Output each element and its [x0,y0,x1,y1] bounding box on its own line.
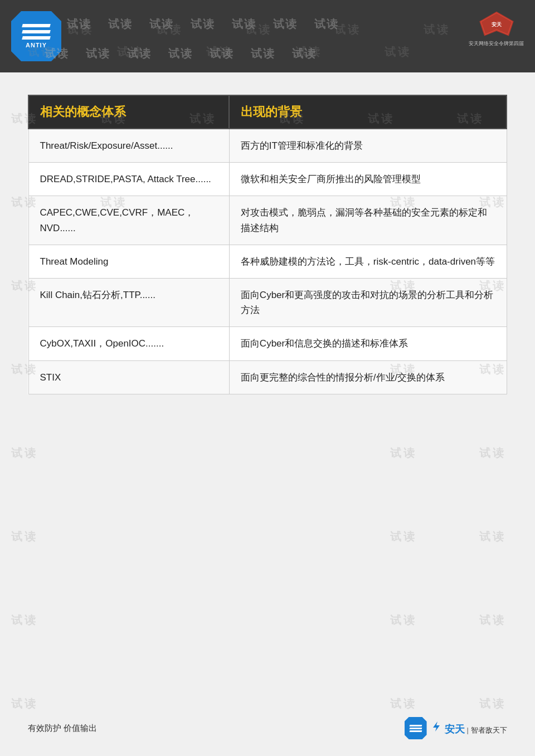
svg-marker-3 [433,721,440,731]
watermark-item: 试读 [479,446,506,461]
header-wm-b4: 试读 [168,46,193,61]
top-right-brand-icon: 安天 [477,8,516,39]
watermark-item: 试读 [479,696,506,711]
table-cell-right: 面向Cyber和更高强度的攻击和对抗的场景的分析工具和分析方法 [229,278,507,326]
watermark-item: 试读 [11,529,38,544]
header: ANTIY 试读 试读 试读 试读 试读 试读 试读 试读 试读 试读 试读 试… [0,0,535,72]
header-wm-4: 试读 [191,17,215,32]
table-row: Kill Chain,钻石分析,TTP......面向Cyber和更高强度的攻击… [28,278,507,326]
footer-stripe-2 [409,728,422,729]
concept-table: 相关的概念体系 出现的背景 Threat/Risk/Exposure/Asset… [28,95,507,394]
header-wm-b2: 试读 [86,46,110,61]
table-row: CAPEC,CWE,CVE,CVRF，MAEC，NVD......对攻击模式，脆… [28,196,507,245]
header-wm-b5: 试读 [210,46,234,61]
header-wm-7: 试读 [314,17,339,32]
svg-text:安天: 安天 [491,21,502,27]
watermark-item: 试读 [390,696,417,711]
table-cell-left: Threat Modeling [28,245,229,278]
main-content: 相关的概念体系 出现的背景 Threat/Risk/Exposure/Asset… [0,72,535,417]
logo-stripe-2 [22,30,51,33]
header-wm-6: 试读 [273,17,298,32]
watermark-item: 试读 [11,696,38,711]
watermark-item: 试读 [390,529,417,544]
logo-stripe-1 [22,24,51,27]
table-cell-left: Kill Chain,钻石分析,TTP...... [28,278,229,326]
table-row: STIX面向更完整的综合性的情报分析/作业/交换的体系 [28,360,507,394]
header-wm-b6: 试读 [251,46,275,61]
table-cell-left: DREAD,STRIDE,PASTA, Attack Tree...... [28,163,229,196]
table-cell-right: 面向Cyber和信息交换的描述和标准体系 [229,327,507,360]
table-cell-left: CAPEC,CWE,CVE,CVRF，MAEC，NVD...... [28,196,229,245]
table-cell-left: CybOX,TAXII，OpenIOC....... [28,327,229,360]
col1-header: 相关的概念体系 [28,95,229,129]
table-cell-right: 面向更完整的综合性的情报分析/作业/交换的体系 [229,360,507,394]
col2-header: 出现的背景 [229,95,507,129]
watermark-item: 试读 [390,613,417,628]
header-wm-b7: 试读 [292,46,317,61]
header-wm-1: 试读 [67,17,91,32]
footer-brand-text: 安天 | 智者敌天下 [430,720,507,736]
footer-brand-sub: 智者敌天下 [471,725,507,735]
logo-stripes [22,24,50,40]
table-cell-left: Threat/Risk/Exposure/Asset...... [28,129,229,163]
footer-brand: 安天 | 智者敌天下 [405,717,507,739]
top-right-subtitle: 安天网络安全令牌第四届 [469,40,524,47]
table-cell-right: 西方的IT管理和标准化的背景 [229,129,507,163]
logo-text: ANTIY [26,42,47,48]
footer-tagline: 有效防护 价值输出 [28,723,97,734]
table-cell-right: 微软和相关安全厂商所推出的风险管理模型 [229,163,507,196]
footer-logo-icon [405,717,427,739]
table-cell-right: 对攻击模式，脆弱点，漏洞等各种基础的安全元素的标定和描述结构 [229,196,507,245]
watermark-item: 试读 [390,446,417,461]
header-wm-b3: 试读 [127,46,152,61]
watermark-item: 试读 [479,613,506,628]
footer-stripe-1 [409,725,422,726]
logo-stripe-3 [22,36,51,40]
watermark-item: 试读 [11,446,38,461]
top-right-logo: 安天 安天网络安全令牌第四届 [469,8,524,47]
watermark-item: 试读 [479,529,506,544]
footer-logo-stripes [410,725,422,732]
table-cell-left: STIX [28,360,229,394]
watermark-item: 试读 [11,613,38,628]
header-wm-2: 试读 [108,17,133,32]
table-row: Threat/Risk/Exposure/Asset......西方的IT管理和… [28,129,507,163]
table-row: DREAD,STRIDE,PASTA, Attack Tree......微软和… [28,163,507,196]
header-wm-3: 试读 [149,17,174,32]
footer-stripe-3 [409,730,422,732]
footer-lightning-icon [430,720,442,733]
table-cell-right: 各种威胁建模的方法论，工具，risk-centric，data-driven等等 [229,245,507,278]
table-header-row: 相关的概念体系 出现的背景 [28,95,507,129]
table-row: Threat Modeling各种威胁建模的方法论，工具，risk-centri… [28,245,507,278]
header-wm-b1: 试读 [45,46,69,61]
header-wm-5: 试读 [232,17,256,32]
table-row: CybOX,TAXII，OpenIOC.......面向Cyber和信息交换的描… [28,327,507,360]
footer: 有效防护 价值输出 安天 | 智者敌天下 [0,717,535,739]
footer-brand-main: 安天 [445,723,465,736]
